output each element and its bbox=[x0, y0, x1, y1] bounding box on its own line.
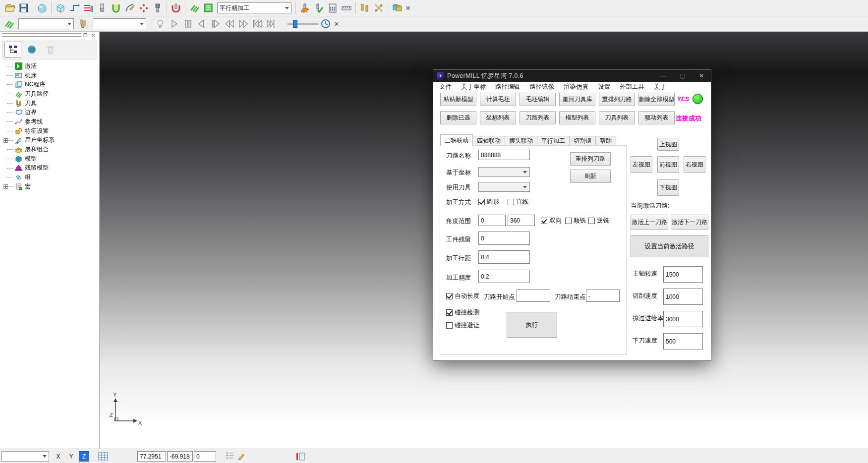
maximize-icon[interactable]: ▢ bbox=[673, 70, 692, 82]
boundary-edit-icon[interactable] bbox=[123, 1, 136, 14]
tab-help[interactable]: 帮助 bbox=[596, 136, 616, 146]
coordinate-list-button[interactable]: 坐标列表 bbox=[480, 111, 516, 124]
tree-item-boundaries[interactable]: 边界 bbox=[3, 108, 97, 117]
edit-coordinates-icon[interactable] bbox=[237, 451, 246, 461]
tab-4axis[interactable]: 四轴联动 bbox=[473, 136, 505, 146]
plunge-feed-input[interactable] bbox=[663, 333, 703, 349]
path-start-input[interactable] bbox=[517, 289, 550, 302]
spindle-speed-input[interactable] bbox=[663, 266, 703, 283]
angle-to-input[interactable] bbox=[508, 215, 535, 226]
minimize-icon[interactable]: — bbox=[654, 70, 673, 82]
sim-tool-dropdown[interactable] bbox=[93, 18, 146, 29]
menu-path-mirror[interactable]: 路径镜像 bbox=[529, 83, 554, 91]
block-icon[interactable] bbox=[54, 1, 67, 14]
cursor-x-field[interactable] bbox=[137, 451, 166, 462]
sim-fast-forward-icon[interactable] bbox=[237, 17, 250, 30]
tree-item-macros[interactable]: 宏 bbox=[3, 182, 97, 191]
panel-float-icon[interactable]: ❐ bbox=[82, 32, 88, 38]
toolpath-icon[interactable] bbox=[188, 1, 201, 14]
sim-step-forward-icon[interactable] bbox=[209, 17, 222, 30]
edit-block-button[interactable]: 毛坯编辑 bbox=[520, 93, 556, 106]
view-left-button[interactable]: 左视图 bbox=[631, 156, 652, 173]
circle-mode-checkbox[interactable]: 圆形 bbox=[478, 198, 499, 206]
leads-links-icon[interactable] bbox=[110, 1, 122, 14]
axis-x-button[interactable]: X bbox=[53, 451, 63, 462]
delete-selected-button[interactable]: 删除已选 bbox=[440, 111, 476, 124]
active-strategy-dropdown[interactable]: 平行精加工 bbox=[217, 2, 291, 13]
view-bottom-button[interactable]: 下视图 bbox=[657, 179, 679, 196]
cutting-feed-input[interactable] bbox=[663, 289, 703, 305]
sim-toolbar-close-icon[interactable]: ✕ bbox=[333, 20, 341, 28]
execute-button[interactable]: 执行 bbox=[507, 312, 557, 338]
activate-next-toolpath-button[interactable]: 激活下一刀路 bbox=[671, 215, 708, 230]
line-mode-checkbox[interactable]: 直线 bbox=[508, 198, 528, 206]
tolerance-input[interactable] bbox=[478, 270, 530, 283]
sim-pause-icon[interactable] bbox=[181, 17, 194, 30]
pattern-icon[interactable] bbox=[137, 1, 150, 14]
panel-refresh-button[interactable]: 刷新 bbox=[570, 170, 611, 183]
axis-z-button[interactable]: Z bbox=[79, 451, 89, 462]
compare-models-icon[interactable] bbox=[391, 1, 404, 14]
model-list-button[interactable]: 模型列表 bbox=[559, 111, 595, 124]
grid-snap-icon[interactable] bbox=[98, 451, 109, 462]
panel-reorder-button[interactable]: 重排列刀路 bbox=[570, 152, 611, 166]
view-right-button[interactable]: 右视图 bbox=[684, 156, 705, 173]
coordinate-list-icon[interactable] bbox=[226, 451, 234, 461]
angle-from-input[interactable] bbox=[478, 215, 506, 226]
slider-handle[interactable] bbox=[293, 20, 297, 28]
view-front-button[interactable]: 前视图 bbox=[657, 156, 679, 173]
transform-icon[interactable] bbox=[372, 1, 385, 14]
sim-light-icon[interactable] bbox=[154, 17, 167, 30]
menu-external-tools[interactable]: 外部工具 bbox=[620, 83, 644, 91]
skim-feed-input[interactable] bbox=[663, 311, 703, 327]
explorer-web-tab[interactable] bbox=[23, 42, 40, 58]
sim-tool-icon[interactable] bbox=[77, 17, 90, 30]
toolpath-list-button[interactable]: 刀路列表 bbox=[520, 111, 556, 124]
sim-speed-slider[interactable] bbox=[287, 19, 319, 29]
tree-item-stock-models[interactable]: 残留模型 bbox=[3, 164, 97, 173]
cursor-z-field[interactable] bbox=[194, 451, 216, 462]
sim-toolpath-dropdown[interactable] bbox=[18, 18, 74, 29]
panel-close-icon[interactable]: ✕ bbox=[90, 32, 96, 38]
panel-grip[interactable] bbox=[2, 33, 81, 35]
tree-item-levels-and-sets[interactable]: 层和组合 bbox=[3, 145, 97, 154]
tab-tilt-head[interactable]: 摆头联动 bbox=[505, 136, 537, 146]
tree-item-groups[interactable]: 组 bbox=[3, 173, 97, 182]
collision-check-checkbox[interactable]: 碰撞检测 bbox=[446, 308, 479, 317]
open-project-icon[interactable] bbox=[3, 1, 16, 14]
tree-item-patterns[interactable]: 参考线 bbox=[3, 117, 97, 126]
menu-file[interactable]: 文件 bbox=[439, 83, 452, 91]
rapid-move-heights-icon[interactable] bbox=[68, 1, 81, 14]
explorer-recycle-tab[interactable] bbox=[42, 42, 59, 58]
sim-to-start-icon[interactable] bbox=[251, 17, 264, 30]
tree-item-tools[interactable]: 刀具 bbox=[3, 99, 97, 108]
tool-icon[interactable] bbox=[96, 1, 109, 14]
toolpath-name-input[interactable] bbox=[478, 150, 530, 160]
menu-about[interactable]: 关于 bbox=[654, 83, 666, 91]
drive-list-button[interactable]: 驱动列表 bbox=[638, 111, 675, 124]
clipboard-compare-icon[interactable] bbox=[295, 451, 306, 462]
view-top-button[interactable]: 上视图 bbox=[657, 138, 679, 151]
explorer-tree-tab[interactable] bbox=[4, 42, 21, 58]
menu-settings[interactable]: 设置 bbox=[598, 83, 610, 91]
sim-clock-icon[interactable] bbox=[319, 17, 332, 30]
tab-parallel[interactable]: 平行加工 bbox=[537, 136, 570, 146]
paste-new-model-button[interactable]: 粘贴新模型 bbox=[440, 93, 476, 106]
delete-all-models-button[interactable]: 删除全部模型 bbox=[638, 93, 675, 106]
sim-rewind-icon[interactable] bbox=[223, 17, 236, 30]
conventional-mill-checkbox[interactable]: 逆铣 bbox=[588, 217, 609, 225]
menu-render-simulate[interactable]: 渲染仿真 bbox=[564, 83, 588, 91]
menu-coordinates[interactable]: 关于坐标 bbox=[461, 83, 486, 91]
statusbar-dropdown[interactable] bbox=[1, 451, 49, 462]
base-coordinate-dropdown[interactable] bbox=[478, 167, 530, 177]
sim-play-icon[interactable] bbox=[168, 17, 180, 30]
tool-change-icon[interactable] bbox=[358, 1, 371, 14]
reorder-toolpaths-button[interactable]: 重排列刀路 bbox=[599, 93, 635, 106]
tree-item-feature-sets[interactable]: 特征设置 bbox=[3, 126, 97, 136]
close-icon[interactable]: ✕ bbox=[692, 70, 711, 82]
strategy-list-icon[interactable] bbox=[202, 1, 215, 14]
save-project-icon[interactable] bbox=[17, 1, 30, 14]
cursor-y-field[interactable] bbox=[167, 451, 193, 462]
feed-rates-icon[interactable] bbox=[82, 1, 95, 14]
tree-item-machine-tool[interactable]: 机床 bbox=[3, 71, 97, 80]
